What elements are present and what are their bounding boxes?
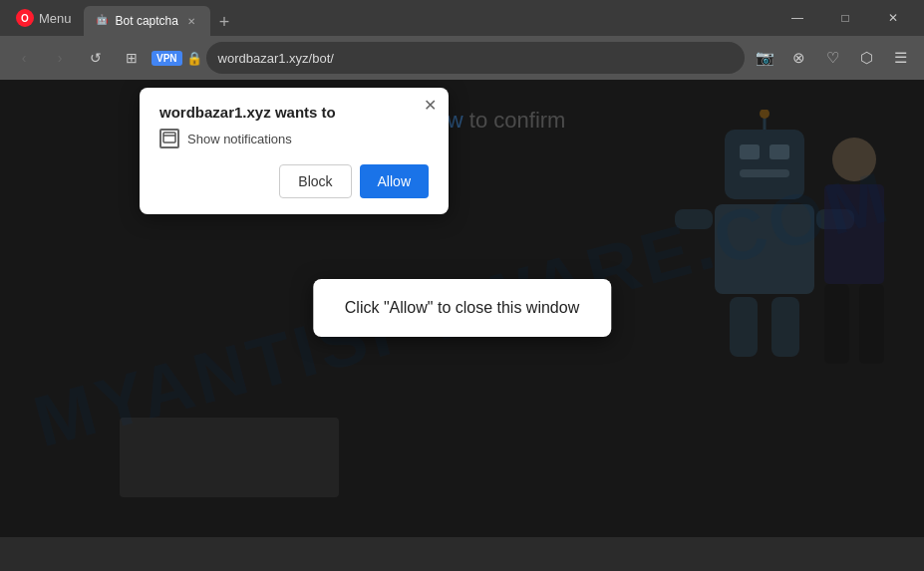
shield-button[interactable]: ⊗ (782, 42, 814, 74)
svg-rect-15 (163, 133, 175, 143)
toolbar-icons: 📷 ⊗ ♡ ⬡ ☰ (749, 42, 916, 74)
tab-label: Bot captcha (116, 14, 178, 28)
forward-button[interactable]: › (44, 42, 76, 74)
vpn-badge[interactable]: VPN (152, 51, 182, 66)
reload-button[interactable]: ↺ (80, 42, 112, 74)
dialog-notification-row: Show notifications (159, 129, 429, 148)
camera-button[interactable]: 📷 (749, 42, 780, 74)
page-content: Click Allow to confirm (0, 80, 924, 537)
tab-bot-captcha[interactable]: 🤖 Bot captcha ✕ (84, 6, 210, 36)
address-text: wordbazar1.xyz/bot/ (218, 51, 334, 66)
tooltip-text: Click "Allow" to close this window (345, 299, 579, 316)
notification-text: Show notifications (187, 132, 292, 146)
tooltip-popup: Click "Allow" to close this window (313, 279, 611, 337)
menu-button[interactable]: ☰ (884, 42, 916, 74)
menu-label: Menu (39, 11, 72, 26)
address-bar[interactable]: wordbazar1.xyz/bot/ (206, 42, 745, 74)
notification-icon (159, 129, 179, 148)
dialog-buttons: Block Allow (159, 164, 429, 198)
heart-button[interactable]: ♡ (816, 42, 848, 74)
block-button[interactable]: Block (279, 164, 351, 198)
back-button[interactable]: ‹ (8, 42, 40, 74)
opera-menu-button[interactable]: O Menu (8, 5, 80, 31)
allow-button[interactable]: Allow (360, 164, 429, 198)
window-controls: — □ ✕ (774, 0, 916, 36)
dialog-title: wordbazar1.xyz wants to (159, 104, 429, 121)
lock-icon: 🔒 (186, 51, 202, 66)
maximize-button[interactable]: □ (822, 0, 868, 36)
tabs-bar: 🤖 Bot captcha ✕ + (80, 0, 774, 36)
nav-bar: ‹ › ↺ ⊞ VPN 🔒 wordbazar1.xyz/bot/ 📷 ⊗ ♡ … (0, 36, 924, 80)
extensions-button[interactable]: ⬡ (850, 42, 882, 74)
tab-favicon: 🤖 (96, 14, 110, 28)
title-bar: O Menu 🤖 Bot captcha ✕ + — □ ✕ (0, 0, 924, 36)
tab-close-button[interactable]: ✕ (184, 14, 198, 28)
browser-chrome: O Menu 🤖 Bot captcha ✕ + — □ ✕ ‹ (0, 0, 924, 80)
dialog-close-button[interactable]: ✕ (424, 98, 437, 114)
notification-dialog: ✕ wordbazar1.xyz wants to Show notificat… (140, 88, 449, 214)
grid-button[interactable]: ⊞ (116, 42, 148, 74)
close-button[interactable]: ✕ (870, 0, 916, 36)
new-tab-button[interactable]: + (210, 8, 238, 36)
opera-logo: O (16, 9, 34, 27)
minimize-button[interactable]: — (774, 0, 820, 36)
